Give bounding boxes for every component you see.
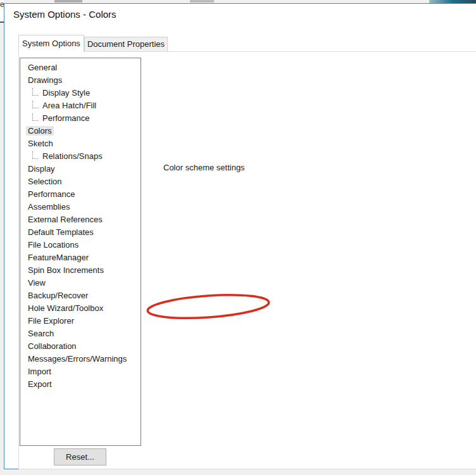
tree-item[interactable]: Colors — [20, 125, 141, 137]
tree-item[interactable]: Performance — [20, 188, 141, 201]
tree-item-label: Default Templates — [26, 227, 96, 237]
tree-item-label: View — [26, 278, 47, 288]
tree-branch-icon — [32, 101, 39, 108]
tree-item-label: Performance — [26, 189, 77, 199]
color-scheme-settings-label: Color scheme settings — [160, 163, 248, 172]
tree-item-label: Collaboration — [26, 341, 78, 351]
tree-item-label: Messages/Errors/Warnings — [26, 354, 128, 364]
tree-branch-icon — [32, 88, 39, 96]
tree-item-label: Relations/Snaps — [41, 151, 104, 161]
tab-system-options[interactable]: System Options — [18, 35, 84, 52]
options-tree: General Drawings Display Style Area Hatc… — [20, 58, 141, 446]
tree-item[interactable]: Search — [20, 327, 141, 340]
tree-item-label: Spin Box Increments — [26, 265, 106, 275]
tree-item[interactable]: Area Hatch/Fill — [20, 99, 141, 112]
tree-item-label: Sketch — [26, 139, 55, 148]
tree-item[interactable]: Hole Wizard/Toolbox — [20, 302, 141, 315]
tab-document-properties[interactable]: Document Properties — [84, 37, 168, 52]
tree-item[interactable]: Collaboration — [20, 340, 141, 353]
tree-item-label: Search — [26, 329, 56, 338]
tree-item[interactable]: View — [20, 277, 141, 289]
background-toolbar-fragment — [54, 0, 82, 3]
background-toolbar-fragment — [190, 0, 214, 3]
tree-item-label: Selection — [26, 177, 63, 186]
tree-item[interactable]: Display Style — [20, 87, 141, 99]
tree-item[interactable]: Default Templates — [20, 226, 141, 239]
tree-item[interactable]: Backup/Recover — [20, 289, 141, 302]
tree-item-label: Import — [26, 367, 53, 376]
tree-item[interactable]: Export — [20, 378, 141, 391]
tree-item[interactable]: Sketch — [20, 137, 141, 150]
tree-item[interactable]: File Locations — [20, 239, 141, 251]
tree-item[interactable]: Relations/Snaps — [20, 150, 141, 163]
tree-item[interactable]: Performance — [20, 112, 141, 125]
tree-item-label: Assemblies — [26, 202, 72, 212]
tree-item[interactable]: Selection — [20, 175, 141, 188]
tree-item-label: File Explorer — [26, 316, 76, 326]
tree-item-label: FeatureManager — [26, 253, 91, 262]
tree-item-label: Colors — [26, 126, 54, 136]
tree-item-label: External References — [26, 215, 104, 224]
tree-item[interactable]: External References — [20, 213, 141, 226]
tree-item-label: File Locations — [26, 240, 80, 250]
tree-item-label: Backup/Recover — [26, 291, 90, 300]
dialog-title: System Options - Colors — [13, 9, 116, 20]
screen: e System Options - Colors System Options… — [0, 0, 476, 475]
tree-item-label: Performance — [41, 113, 91, 123]
tree-item[interactable]: Display — [20, 163, 141, 175]
tree-item-label: Area Hatch/Fill — [41, 101, 98, 110]
tree-item[interactable]: General — [20, 61, 141, 74]
tree-item-label: Display Style — [41, 88, 92, 98]
reset-button[interactable]: Reset... — [54, 448, 106, 466]
tree-item[interactable]: Messages/Errors/Warnings — [20, 353, 141, 365]
tree-item[interactable]: Assemblies — [20, 201, 141, 213]
tree-branch-icon — [32, 151, 39, 159]
tree-item-label: General — [26, 63, 59, 72]
tree-item[interactable]: Drawings — [20, 74, 141, 87]
system-options-dialog: System Options - Colors System Options D… — [4, 3, 476, 469]
tree-branch-icon — [32, 113, 39, 121]
tree-item[interactable]: File Explorer — [20, 315, 141, 327]
tree-item-label: Export — [26, 379, 54, 389]
tree-item-label: Drawings — [26, 75, 64, 85]
tree-item-label: Display — [26, 164, 57, 174]
tree-item-label: Hole Wizard/Toolbox — [26, 303, 105, 313]
tree-item[interactable]: Spin Box Increments — [20, 264, 141, 277]
tree-item[interactable]: Import — [20, 365, 141, 378]
tree-item[interactable]: FeatureManager — [20, 251, 141, 264]
